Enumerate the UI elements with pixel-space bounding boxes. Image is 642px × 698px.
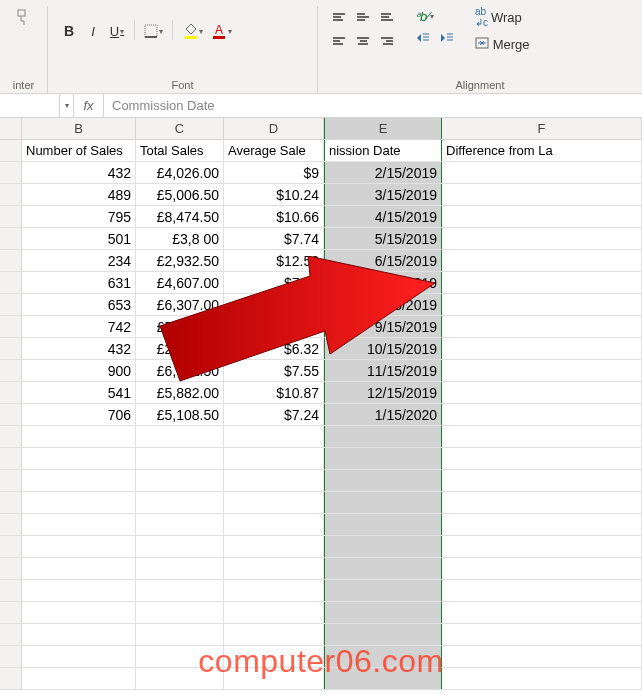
row-header[interactable] — [0, 272, 22, 293]
cell[interactable] — [22, 646, 136, 667]
cell[interactable] — [224, 602, 324, 623]
cell[interactable] — [442, 470, 642, 491]
cell[interactable] — [442, 514, 642, 535]
cell[interactable] — [22, 492, 136, 513]
cell[interactable]: $7.24 — [224, 404, 324, 425]
cell[interactable] — [22, 470, 136, 491]
cell[interactable]: 7/15/2019 — [324, 272, 442, 293]
column-header-B[interactable]: B — [22, 118, 136, 139]
cell[interactable]: 3/15/2019 — [324, 184, 442, 205]
cell[interactable]: £8,474.50 — [136, 206, 224, 227]
cell[interactable] — [224, 514, 324, 535]
cell[interactable] — [224, 426, 324, 447]
cell[interactable] — [442, 602, 642, 623]
cell[interactable]: $12.53 — [224, 250, 324, 271]
cell[interactable]: 501 — [22, 228, 136, 249]
row-header[interactable] — [0, 360, 22, 381]
row-header[interactable] — [0, 470, 22, 491]
merge-center-button[interactable]: Merge — [472, 33, 542, 55]
row-header[interactable] — [0, 492, 22, 513]
name-box-dropdown[interactable]: ▾ — [60, 94, 74, 117]
cell[interactable]: 541 — [22, 382, 136, 403]
cell[interactable] — [22, 668, 136, 689]
cell[interactable]: 706 — [22, 404, 136, 425]
cell[interactable] — [136, 470, 224, 491]
cell[interactable]: 8/15/2019 — [324, 294, 442, 315]
cell[interactable]: 4/15/2019 — [324, 206, 442, 227]
row-header[interactable] — [0, 294, 22, 315]
cell[interactable] — [22, 558, 136, 579]
cell[interactable]: Number of Sales — [22, 140, 136, 161]
row-header[interactable] — [0, 558, 22, 579]
cell[interactable]: 900 — [22, 360, 136, 381]
cell[interactable]: $10.66 — [224, 206, 324, 227]
cell[interactable]: $10.24 — [224, 184, 324, 205]
cell[interactable] — [442, 492, 642, 513]
cell[interactable]: 11/15/2019 — [324, 360, 442, 381]
row-header[interactable] — [0, 250, 22, 271]
cell[interactable]: 1/15/2020 — [324, 404, 442, 425]
row-header[interactable] — [0, 448, 22, 469]
cell[interactable] — [442, 668, 642, 689]
cell[interactable] — [324, 558, 442, 579]
cell[interactable] — [22, 602, 136, 623]
cell[interactable]: 795 — [22, 206, 136, 227]
column-header-D[interactable]: D — [224, 118, 324, 139]
cell[interactable] — [136, 536, 224, 557]
cell[interactable]: £6,307.00 — [136, 294, 224, 315]
align-top-button[interactable] — [328, 6, 350, 28]
row-header[interactable] — [0, 426, 22, 447]
row-header[interactable] — [0, 140, 22, 161]
cell[interactable]: 9/15/2019 — [324, 316, 442, 337]
row-header[interactable] — [0, 602, 22, 623]
bold-button[interactable]: B — [58, 20, 80, 42]
row-header[interactable] — [0, 514, 22, 535]
cell[interactable] — [442, 360, 642, 381]
cell[interactable]: $9 — [224, 162, 324, 183]
cell[interactable]: 234 — [22, 250, 136, 271]
cell[interactable]: Difference from La — [442, 140, 642, 161]
cell[interactable]: $7.74 — [224, 228, 324, 249]
column-header-F[interactable]: F — [442, 118, 642, 139]
wrap-text-button[interactable]: ab↲cWrap — [472, 6, 542, 28]
cell[interactable]: £2,932.50 — [136, 250, 224, 271]
cell[interactable] — [324, 536, 442, 557]
cell[interactable]: £5,006.50 — [136, 184, 224, 205]
align-bottom-button[interactable] — [376, 6, 398, 28]
cell[interactable]: 432 — [22, 338, 136, 359]
cell[interactable] — [22, 426, 136, 447]
cell[interactable]: £3,8 00 — [136, 228, 224, 249]
cell[interactable] — [442, 426, 642, 447]
column-header-E[interactable]: E — [324, 118, 442, 139]
cell[interactable] — [324, 448, 442, 469]
row-header[interactable] — [0, 184, 22, 205]
cell[interactable] — [442, 624, 642, 645]
cell[interactable] — [22, 580, 136, 601]
cell[interactable] — [442, 206, 642, 227]
cell[interactable]: 631 — [22, 272, 136, 293]
align-left-button[interactable] — [328, 30, 350, 52]
cell[interactable] — [324, 602, 442, 623]
row-header[interactable] — [0, 624, 22, 645]
align-center-button[interactable] — [352, 30, 374, 52]
cell[interactable] — [224, 448, 324, 469]
underline-button[interactable]: U▾ — [106, 20, 128, 42]
cell[interactable]: Average Sale — [224, 140, 324, 161]
cell[interactable]: £5,108.50 — [136, 404, 224, 425]
select-all-corner[interactable] — [0, 118, 22, 139]
cell[interactable]: $9.66 — [224, 294, 324, 315]
cell[interactable] — [136, 580, 224, 601]
row-header[interactable] — [0, 404, 22, 425]
font-color-button[interactable]: A▾ — [208, 20, 235, 42]
cell[interactable]: 6/15/2019 — [324, 250, 442, 271]
cell[interactable]: £4,026.00 — [136, 162, 224, 183]
cell[interactable]: Total Sales — [136, 140, 224, 161]
cell[interactable] — [442, 338, 642, 359]
row-header[interactable] — [0, 646, 22, 667]
cell[interactable] — [224, 558, 324, 579]
cell[interactable]: £4,607.00 — [136, 272, 224, 293]
decrease-indent-button[interactable] — [412, 30, 434, 48]
name-box[interactable] — [0, 94, 60, 117]
cell[interactable]: 742 — [22, 316, 136, 337]
cell[interactable] — [136, 448, 224, 469]
